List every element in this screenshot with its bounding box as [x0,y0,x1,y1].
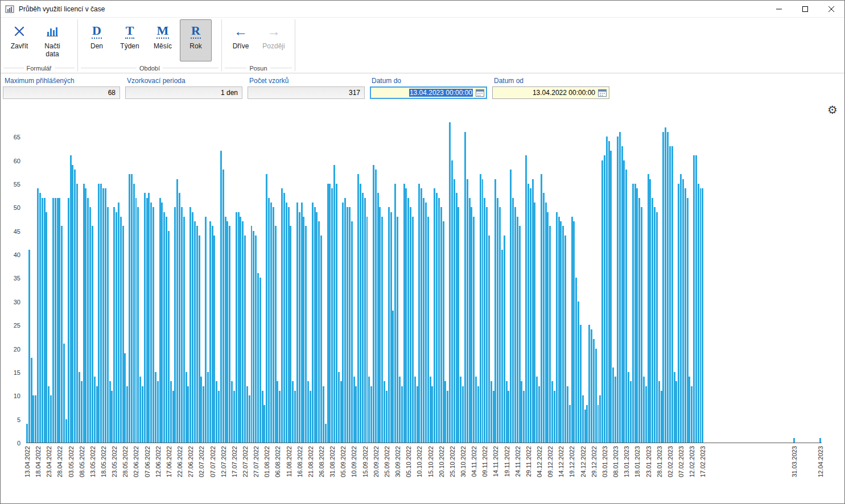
chart-bar [654,207,656,443]
chart-bar [362,193,364,443]
chart-bar [251,226,253,443]
chart-bar [569,405,571,443]
chart-bar [556,212,558,443]
x-axis-tick-label: 28.04.2022 [56,446,63,477]
chart-bar [323,386,324,443]
field-datum-od: Datum od 13.04.2022 00:00:00 [492,77,609,99]
x-axis-tick-label: 19.12.2022 [568,446,575,477]
chart-bar [674,372,675,443]
chart-bar [399,377,401,443]
close-button[interactable] [818,1,844,17]
group-caption-formular: Formulář [1,63,77,73]
chart-bar [312,203,314,443]
chart-bar [381,217,383,443]
chart-bar [196,226,198,443]
chart-bar [255,236,257,443]
field-value: 317 [349,89,360,97]
chart-bar [793,438,795,443]
x-axis-tick-label: 29.11.2022 [525,446,532,477]
chart-bar [667,132,669,443]
x-axis-tick-label: 07.07.2022 [209,446,216,477]
chart-bar [183,217,185,443]
chart-bar [113,207,115,443]
chart-bar [107,207,109,443]
x-axis-tick-label: 30.10.2022 [460,446,467,477]
chart-bar [262,391,263,443]
chart-bar [268,198,270,443]
close-form-button[interactable]: Zavřít [3,19,35,61]
chart-bar [494,179,496,443]
chart-bar [687,198,689,443]
datum-od-input[interactable]: 13.04.2022 00:00:00 [492,86,609,99]
y-axis-tick-label: 5 [17,416,20,423]
x-axis-tick-label: 30.09.2022 [394,446,401,477]
chart-bar [135,198,137,443]
calendar-icon[interactable] [475,88,485,98]
chart-bar [338,372,340,443]
maximize-button[interactable] [792,1,818,17]
chart-bar [370,386,372,443]
x-axis-tick-label: 18.04.2022 [35,446,42,477]
chart-bar [124,353,126,443]
chart-bar [290,226,291,443]
load-data-button[interactable]: Načti data [36,19,68,61]
chart-bar [700,188,702,443]
chart-bar [392,311,394,443]
chart-bar [283,193,285,443]
chart-bar [336,184,337,443]
chart-bar [682,179,684,443]
settings-gear-icon[interactable]: ⚙ [827,104,838,115]
field-label: Datum do [370,77,487,85]
chart-bar [612,367,614,443]
period-year-button[interactable]: R Rok [180,19,212,61]
chart-bar [427,217,429,443]
chart-bar [519,226,521,443]
field-pocet-vzorku: Počet vzorků 317 [248,77,365,99]
chart-plot[interactable] [26,118,822,443]
chart-bar [68,198,69,443]
chart-bar [658,381,660,443]
chart-bar [249,395,250,443]
chart-bar [412,217,414,443]
later-button[interactable]: → Později [258,19,290,61]
chart-bar [430,377,431,443]
chart-bar [575,278,577,443]
chart-bar [434,188,435,443]
earlier-button[interactable]: ← Dříve [225,19,257,61]
period-week-button[interactable]: T Týden [114,19,146,61]
period-month-button[interactable]: M Měsíc [147,19,179,61]
chart-bar [279,391,281,443]
chart-bar [490,381,492,443]
x-axis-tick-label: 22.07.2022 [242,446,249,477]
title-bar[interactable]: Průběh využití licencí v čase [1,1,844,18]
chart-bar [584,410,586,443]
chart-bar [648,174,649,443]
chart-bar [342,203,344,443]
period-day-button[interactable]: D Den [81,19,113,61]
x-axis-tick-label: 17.06.2022 [166,446,172,477]
chart-bar [593,339,595,443]
perioda-value-box: 1 den [125,86,242,99]
chart-bar [580,325,582,443]
chart-bar [105,188,106,443]
x-axis-tick-label: 28.05.2022 [122,446,129,477]
field-value: 1 den [221,89,238,97]
chart-bar [578,301,579,443]
chart-bar [484,198,485,443]
chart-bar [236,212,237,443]
datum-do-input[interactable]: 13.04.2023 00:00:00 [370,86,487,99]
parameters-row: Maximum přihlášených 68 Vzorkovací perio… [1,73,844,102]
chart-bar [28,250,30,443]
chart-bar [368,377,370,443]
x-axis-tick-label: 03.01.2023 [601,446,608,477]
y-axis-tick-label: 35 [14,275,20,282]
x-axis-tick-label: 10.10.2022 [416,446,423,477]
chart-bar [281,188,283,443]
chart-bar [310,391,311,443]
minimize-button[interactable] [766,1,792,17]
calendar-icon[interactable] [597,88,607,98]
chart-bar [331,188,333,443]
chart-bar [671,146,673,443]
chart-bar [423,198,424,443]
chart-bar [819,438,821,443]
